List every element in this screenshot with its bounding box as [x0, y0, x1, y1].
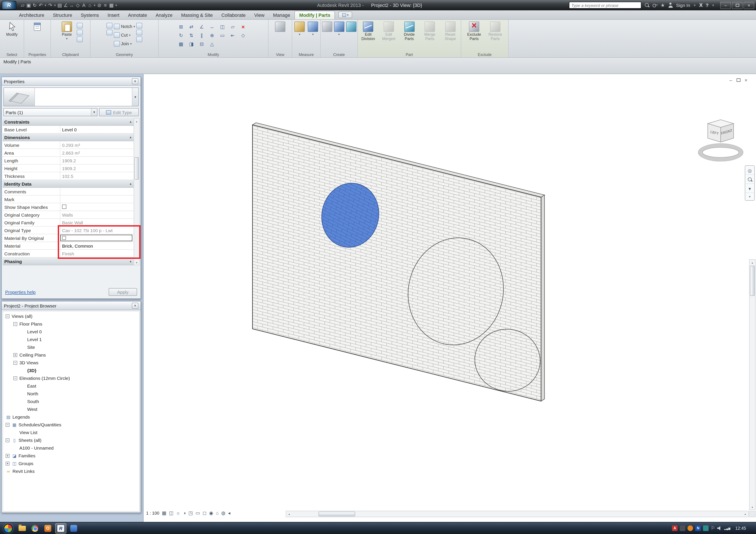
match-type-icon[interactable]: ◇ [238, 32, 248, 39]
help-icon[interactable]: ? [706, 3, 709, 8]
undo-icon[interactable]: ↶ [38, 2, 43, 9]
view-dropdown-icon[interactable]: ▾ [93, 2, 96, 9]
drawing-canvas[interactable]: LEFT FRONT [144, 74, 756, 522]
help-dropdown-icon[interactable]: ▾ [712, 2, 715, 9]
taskbar-icon-chrome[interactable] [29, 523, 40, 533]
exchange-apps-icon[interactable]: X [699, 2, 703, 8]
tree-expander-icon[interactable]: + [14, 353, 17, 357]
tab-massing-site[interactable]: Massing & Site [177, 11, 217, 19]
viewbar-collapse-icon[interactable]: ◂ [228, 510, 230, 516]
worksharing-display-icon[interactable]: ◍ [221, 510, 226, 516]
checkbox-show-shape-handles[interactable] [62, 204, 67, 209]
view-cube[interactable]: LEFT FRONT [698, 120, 743, 161]
filter-dropdown-icon[interactable]: ▾ [91, 109, 97, 116]
paste-dropdown-icon[interactable]: ▾ [66, 37, 68, 40]
modify-tool-button[interactable]: Modify [2, 21, 22, 50]
wall-face[interactable] [253, 125, 541, 401]
property-row-comments[interactable]: Comments [3, 188, 134, 195]
dimension-dropdown-icon[interactable]: ▾ [312, 33, 313, 36]
join-button[interactable]: Join ▾ [114, 40, 135, 47]
tab-structure[interactable]: Structure [48, 11, 76, 19]
view-close-button[interactable]: × [744, 78, 747, 83]
full-navigation-wheel-icon[interactable]: ◎ [746, 167, 754, 175]
tree-item-level-1[interactable]: Level 1 [3, 336, 139, 343]
tree-item-schedules[interactable]: −▦Schedules/Quantities [3, 421, 139, 428]
drawing-area[interactable]: LEFT FRONT – × ◎ ▾ ▾ 1 : 100 ▦ ◫ [143, 74, 756, 522]
scroll-right-icon[interactable]: ▸ [742, 511, 748, 517]
type-selector[interactable]: ▾ [3, 88, 139, 106]
tree-item-east[interactable]: East [3, 382, 139, 390]
sync-icon[interactable]: ↻ [32, 2, 38, 9]
trim-extend-icon[interactable]: ↻ [176, 32, 186, 39]
volume-icon[interactable] [717, 526, 722, 530]
tree-item-groups[interactable]: +◫Groups [3, 460, 139, 467]
section-identity-data[interactable]: Identity Data▴ [3, 180, 134, 188]
notch-button[interactable]: Notch ▾ [114, 23, 135, 30]
cut-dropdown-icon[interactable]: ▾ [129, 33, 130, 37]
scroll-down-icon[interactable]: ▾ [134, 260, 139, 265]
property-row-volume[interactable]: Volume0.293 m³ [3, 141, 134, 149]
tree-item-legends[interactable]: ▤Legends [3, 413, 139, 421]
tab-modify-parts-active[interactable]: Modify | Parts [295, 11, 335, 19]
property-row-material[interactable]: MaterialBrick, Common [3, 242, 134, 250]
tray-icon-utility[interactable] [680, 525, 685, 531]
tree-expander-icon[interactable]: − [6, 314, 10, 318]
minimize-button[interactable]: – [720, 2, 731, 9]
tab-manage[interactable]: Manage [269, 11, 295, 19]
tree-item-ceiling-plans[interactable]: +Ceiling Plans [3, 351, 139, 359]
demolish-icon[interactable] [136, 37, 143, 42]
split-icon[interactable]: ⇅ [187, 32, 196, 39]
tray-icon-sync[interactable] [703, 525, 709, 531]
save-icon[interactable]: ▣ [26, 2, 32, 9]
tag-icon[interactable]: ◇ [75, 2, 81, 9]
tree-item-revit-links[interactable]: ∞Revit Links [3, 467, 139, 475]
array-icon[interactable]: ∥ [197, 32, 206, 39]
temporary-hide-icon[interactable]: ◉ [209, 510, 213, 516]
redo-dropdown-icon[interactable]: ▾ [53, 2, 56, 9]
tree-item-3d-active[interactable]: {3D} [3, 367, 139, 374]
favorites-star-icon[interactable]: ★ [661, 2, 665, 8]
action-center-flag-icon[interactable]: ⚐ [711, 525, 715, 531]
pan-icon[interactable] [746, 176, 754, 184]
rotate-icon[interactable]: ▱ [228, 23, 237, 30]
thin-lines-icon[interactable]: ≡ [103, 2, 108, 9]
tree-item-3d-views[interactable]: −3D Views [3, 359, 139, 367]
pin-icon[interactable]: ▭ [218, 32, 227, 39]
edit-type-button[interactable]: Edit Type [99, 108, 139, 116]
tray-icon-orange-app[interactable] [688, 525, 693, 531]
reveal-hidden-icon[interactable]: ⌂ [216, 510, 219, 516]
property-row-length[interactable]: Length1909.2 [3, 157, 134, 165]
properties-close-button[interactable]: × [132, 78, 138, 84]
section-dimensions[interactable]: Dimensions▴ [3, 134, 134, 141]
ribbon-state-button[interactable]: ▾ [338, 12, 352, 18]
text-icon[interactable]: A [81, 2, 87, 9]
cut-icon[interactable] [77, 23, 83, 28]
apply-button[interactable]: Apply [109, 288, 137, 296]
undo-dropdown-icon[interactable]: ▾ [44, 2, 47, 9]
search-input[interactable] [569, 2, 641, 9]
property-row-mark[interactable]: Mark [3, 195, 134, 203]
sun-path-icon[interactable]: ☼ [176, 510, 180, 516]
vertical-scrollbar-thumb[interactable] [750, 266, 755, 296]
tree-item-level-0[interactable]: Level 0 [3, 328, 139, 336]
tree-expander-icon[interactable]: − [14, 361, 17, 365]
scrollbar-thumb[interactable] [134, 157, 139, 180]
properties-palette-header[interactable]: Properties × [2, 77, 141, 86]
section-phasing[interactable]: Phasing▴ [3, 258, 134, 265]
property-row-thickness[interactable]: Thickness102.5 [3, 172, 134, 180]
delete-icon[interactable]: × [238, 23, 248, 30]
exclude-parts-button[interactable]: Exclude Parts [464, 21, 484, 50]
scroll-up-icon[interactable]: ▴ [749, 260, 755, 265]
divide-parts-button[interactable]: Divide Parts [399, 21, 419, 50]
cut-button[interactable]: Cut ▾ [114, 32, 135, 39]
collapse-icon[interactable]: ▴ [130, 135, 131, 139]
tree-item-south[interactable]: South [3, 397, 139, 405]
tree-expander-icon[interactable]: − [6, 423, 10, 426]
property-row-base-level[interactable]: Base LevelLevel 0 [3, 126, 134, 134]
zoom-dropdown-icon[interactable]: ▾ [746, 185, 754, 193]
taskbar-icon-office[interactable]: O [42, 523, 53, 533]
properties-scrollbar[interactable]: ▴ ▾ [134, 118, 140, 265]
tree-item-elevations[interactable]: −Elevations (12mm Circle) [3, 374, 139, 382]
taskbar-icon-app[interactable] [68, 523, 79, 533]
property-row-height[interactable]: Height1909.2 [3, 165, 134, 172]
